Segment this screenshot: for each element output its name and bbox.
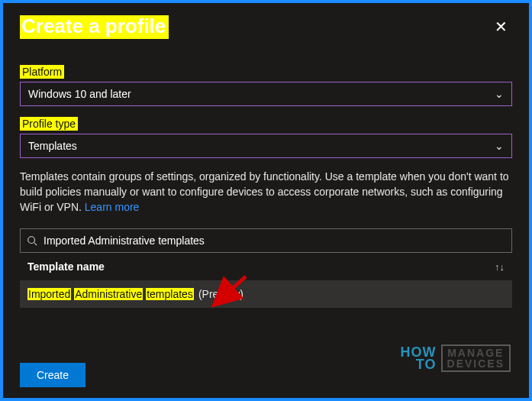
profile-type-select[interactable]: Templates ⌄ xyxy=(20,134,512,158)
create-button[interactable]: Create xyxy=(20,363,85,387)
platform-value: Windows 10 and later xyxy=(28,88,131,100)
row-word: templates xyxy=(146,288,194,300)
row-word: Administrative xyxy=(74,288,143,300)
description-text: Templates contain groups of settings, or… xyxy=(20,169,512,215)
profile-type-label: Profile type xyxy=(20,117,78,131)
row-word: Imported xyxy=(27,288,71,300)
watermark-logo: HOW TO MANAGE DEVICES xyxy=(401,344,511,372)
sort-icon[interactable]: ↑↓ xyxy=(495,261,505,273)
search-input[interactable]: Imported Administrative templates xyxy=(20,228,512,253)
learn-more-link[interactable]: Learn more xyxy=(85,201,140,213)
platform-field: Platform Windows 10 and later ⌄ xyxy=(20,65,512,106)
search-value: Imported Administrative templates xyxy=(44,234,205,247)
page-title: Create a profile xyxy=(20,15,169,39)
svg-line-1 xyxy=(34,243,37,246)
svg-point-0 xyxy=(28,237,35,244)
platform-select[interactable]: Windows 10 and later ⌄ xyxy=(20,82,512,106)
table-header-row: Template name ↑↓ xyxy=(20,253,512,280)
profile-type-value: Templates xyxy=(28,140,77,152)
close-icon[interactable]: ✕ xyxy=(489,18,512,36)
chevron-down-icon: ⌄ xyxy=(495,88,504,100)
row-suffix: (Preview) xyxy=(198,288,243,300)
platform-label: Platform xyxy=(20,65,64,79)
chevron-down-icon: ⌄ xyxy=(495,140,504,152)
column-header-template-name[interactable]: Template name xyxy=(27,260,105,273)
search-icon xyxy=(27,235,37,246)
dialog-header: Create a profile ✕ xyxy=(20,15,512,39)
profile-type-field: Profile type Templates ⌄ xyxy=(20,117,512,158)
table-row[interactable]: Imported Administrative templates (Previ… xyxy=(20,280,512,308)
